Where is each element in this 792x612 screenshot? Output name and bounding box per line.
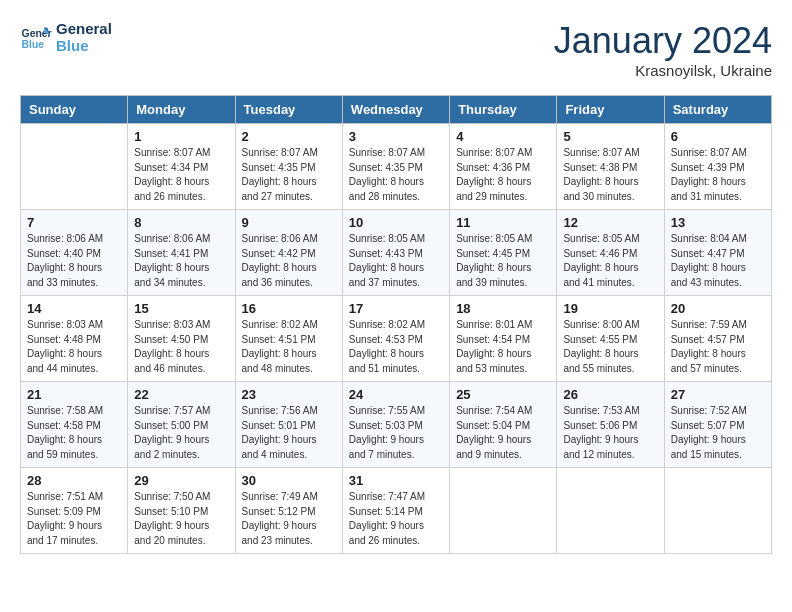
day-number: 5 bbox=[563, 129, 657, 144]
weekday-header-row: SundayMondayTuesdayWednesdayThursdayFrid… bbox=[21, 96, 772, 124]
day-info: Sunrise: 8:02 AMSunset: 4:53 PMDaylight:… bbox=[349, 318, 443, 376]
day-info: Sunrise: 7:57 AMSunset: 5:00 PMDaylight:… bbox=[134, 404, 228, 462]
day-number: 15 bbox=[134, 301, 228, 316]
calendar-cell: 28Sunrise: 7:51 AMSunset: 5:09 PMDayligh… bbox=[21, 468, 128, 554]
day-info: Sunrise: 8:07 AMSunset: 4:35 PMDaylight:… bbox=[349, 146, 443, 204]
day-info: Sunrise: 7:51 AMSunset: 5:09 PMDaylight:… bbox=[27, 490, 121, 548]
day-info: Sunrise: 8:07 AMSunset: 4:39 PMDaylight:… bbox=[671, 146, 765, 204]
day-number: 25 bbox=[456, 387, 550, 402]
weekday-header-wednesday: Wednesday bbox=[342, 96, 449, 124]
calendar-cell: 31Sunrise: 7:47 AMSunset: 5:14 PMDayligh… bbox=[342, 468, 449, 554]
weekday-header-tuesday: Tuesday bbox=[235, 96, 342, 124]
day-number: 13 bbox=[671, 215, 765, 230]
day-info: Sunrise: 7:53 AMSunset: 5:06 PMDaylight:… bbox=[563, 404, 657, 462]
day-number: 31 bbox=[349, 473, 443, 488]
calendar-cell: 29Sunrise: 7:50 AMSunset: 5:10 PMDayligh… bbox=[128, 468, 235, 554]
calendar-cell: 24Sunrise: 7:55 AMSunset: 5:03 PMDayligh… bbox=[342, 382, 449, 468]
day-number: 26 bbox=[563, 387, 657, 402]
calendar-cell: 6Sunrise: 8:07 AMSunset: 4:39 PMDaylight… bbox=[664, 124, 771, 210]
day-number: 6 bbox=[671, 129, 765, 144]
calendar-cell: 30Sunrise: 7:49 AMSunset: 5:12 PMDayligh… bbox=[235, 468, 342, 554]
calendar-cell bbox=[557, 468, 664, 554]
calendar-cell bbox=[21, 124, 128, 210]
day-number: 21 bbox=[27, 387, 121, 402]
calendar-cell: 9Sunrise: 8:06 AMSunset: 4:42 PMDaylight… bbox=[235, 210, 342, 296]
calendar: SundayMondayTuesdayWednesdayThursdayFrid… bbox=[20, 95, 772, 554]
day-number: 7 bbox=[27, 215, 121, 230]
day-info: Sunrise: 8:06 AMSunset: 4:41 PMDaylight:… bbox=[134, 232, 228, 290]
day-info: Sunrise: 7:55 AMSunset: 5:03 PMDaylight:… bbox=[349, 404, 443, 462]
logo-blue: Blue bbox=[56, 37, 112, 54]
month-title: January 2024 bbox=[554, 20, 772, 62]
day-number: 14 bbox=[27, 301, 121, 316]
day-number: 2 bbox=[242, 129, 336, 144]
calendar-cell: 27Sunrise: 7:52 AMSunset: 5:07 PMDayligh… bbox=[664, 382, 771, 468]
day-info: Sunrise: 8:06 AMSunset: 4:42 PMDaylight:… bbox=[242, 232, 336, 290]
logo-general: General bbox=[56, 20, 112, 37]
calendar-cell: 8Sunrise: 8:06 AMSunset: 4:41 PMDaylight… bbox=[128, 210, 235, 296]
day-info: Sunrise: 7:47 AMSunset: 5:14 PMDaylight:… bbox=[349, 490, 443, 548]
calendar-cell: 19Sunrise: 8:00 AMSunset: 4:55 PMDayligh… bbox=[557, 296, 664, 382]
day-info: Sunrise: 8:05 AMSunset: 4:46 PMDaylight:… bbox=[563, 232, 657, 290]
day-number: 10 bbox=[349, 215, 443, 230]
calendar-cell: 5Sunrise: 8:07 AMSunset: 4:38 PMDaylight… bbox=[557, 124, 664, 210]
day-number: 11 bbox=[456, 215, 550, 230]
day-number: 12 bbox=[563, 215, 657, 230]
calendar-cell: 12Sunrise: 8:05 AMSunset: 4:46 PMDayligh… bbox=[557, 210, 664, 296]
day-info: Sunrise: 8:05 AMSunset: 4:43 PMDaylight:… bbox=[349, 232, 443, 290]
page-header: General Blue General Blue January 2024 K… bbox=[20, 20, 772, 79]
calendar-cell: 11Sunrise: 8:05 AMSunset: 4:45 PMDayligh… bbox=[450, 210, 557, 296]
day-number: 28 bbox=[27, 473, 121, 488]
day-number: 17 bbox=[349, 301, 443, 316]
location: Krasnoyilsk, Ukraine bbox=[554, 62, 772, 79]
week-row-2: 7Sunrise: 8:06 AMSunset: 4:40 PMDaylight… bbox=[21, 210, 772, 296]
day-info: Sunrise: 8:07 AMSunset: 4:34 PMDaylight:… bbox=[134, 146, 228, 204]
calendar-cell: 22Sunrise: 7:57 AMSunset: 5:00 PMDayligh… bbox=[128, 382, 235, 468]
calendar-cell bbox=[664, 468, 771, 554]
day-number: 3 bbox=[349, 129, 443, 144]
day-number: 22 bbox=[134, 387, 228, 402]
day-number: 27 bbox=[671, 387, 765, 402]
day-info: Sunrise: 8:02 AMSunset: 4:51 PMDaylight:… bbox=[242, 318, 336, 376]
calendar-cell: 1Sunrise: 8:07 AMSunset: 4:34 PMDaylight… bbox=[128, 124, 235, 210]
day-info: Sunrise: 7:50 AMSunset: 5:10 PMDaylight:… bbox=[134, 490, 228, 548]
weekday-header-thursday: Thursday bbox=[450, 96, 557, 124]
title-block: January 2024 Krasnoyilsk, Ukraine bbox=[554, 20, 772, 79]
calendar-cell: 7Sunrise: 8:06 AMSunset: 4:40 PMDaylight… bbox=[21, 210, 128, 296]
calendar-cell: 20Sunrise: 7:59 AMSunset: 4:57 PMDayligh… bbox=[664, 296, 771, 382]
week-row-4: 21Sunrise: 7:58 AMSunset: 4:58 PMDayligh… bbox=[21, 382, 772, 468]
weekday-header-monday: Monday bbox=[128, 96, 235, 124]
day-info: Sunrise: 8:03 AMSunset: 4:50 PMDaylight:… bbox=[134, 318, 228, 376]
week-row-5: 28Sunrise: 7:51 AMSunset: 5:09 PMDayligh… bbox=[21, 468, 772, 554]
weekday-header-friday: Friday bbox=[557, 96, 664, 124]
calendar-cell: 17Sunrise: 8:02 AMSunset: 4:53 PMDayligh… bbox=[342, 296, 449, 382]
calendar-cell: 14Sunrise: 8:03 AMSunset: 4:48 PMDayligh… bbox=[21, 296, 128, 382]
day-number: 24 bbox=[349, 387, 443, 402]
logo: General Blue General Blue bbox=[20, 20, 112, 54]
calendar-cell: 10Sunrise: 8:05 AMSunset: 4:43 PMDayligh… bbox=[342, 210, 449, 296]
weekday-header-sunday: Sunday bbox=[21, 96, 128, 124]
calendar-cell: 15Sunrise: 8:03 AMSunset: 4:50 PMDayligh… bbox=[128, 296, 235, 382]
day-number: 23 bbox=[242, 387, 336, 402]
day-info: Sunrise: 8:07 AMSunset: 4:36 PMDaylight:… bbox=[456, 146, 550, 204]
day-info: Sunrise: 7:52 AMSunset: 5:07 PMDaylight:… bbox=[671, 404, 765, 462]
day-info: Sunrise: 8:01 AMSunset: 4:54 PMDaylight:… bbox=[456, 318, 550, 376]
day-info: Sunrise: 7:54 AMSunset: 5:04 PMDaylight:… bbox=[456, 404, 550, 462]
week-row-1: 1Sunrise: 8:07 AMSunset: 4:34 PMDaylight… bbox=[21, 124, 772, 210]
calendar-cell: 23Sunrise: 7:56 AMSunset: 5:01 PMDayligh… bbox=[235, 382, 342, 468]
day-number: 9 bbox=[242, 215, 336, 230]
calendar-cell: 21Sunrise: 7:58 AMSunset: 4:58 PMDayligh… bbox=[21, 382, 128, 468]
calendar-cell: 4Sunrise: 8:07 AMSunset: 4:36 PMDaylight… bbox=[450, 124, 557, 210]
calendar-cell: 2Sunrise: 8:07 AMSunset: 4:35 PMDaylight… bbox=[235, 124, 342, 210]
calendar-cell: 16Sunrise: 8:02 AMSunset: 4:51 PMDayligh… bbox=[235, 296, 342, 382]
day-info: Sunrise: 7:56 AMSunset: 5:01 PMDaylight:… bbox=[242, 404, 336, 462]
day-number: 8 bbox=[134, 215, 228, 230]
weekday-header-saturday: Saturday bbox=[664, 96, 771, 124]
calendar-cell: 25Sunrise: 7:54 AMSunset: 5:04 PMDayligh… bbox=[450, 382, 557, 468]
calendar-cell: 26Sunrise: 7:53 AMSunset: 5:06 PMDayligh… bbox=[557, 382, 664, 468]
calendar-cell bbox=[450, 468, 557, 554]
calendar-cell: 13Sunrise: 8:04 AMSunset: 4:47 PMDayligh… bbox=[664, 210, 771, 296]
day-info: Sunrise: 8:04 AMSunset: 4:47 PMDaylight:… bbox=[671, 232, 765, 290]
day-info: Sunrise: 8:00 AMSunset: 4:55 PMDaylight:… bbox=[563, 318, 657, 376]
day-number: 16 bbox=[242, 301, 336, 316]
